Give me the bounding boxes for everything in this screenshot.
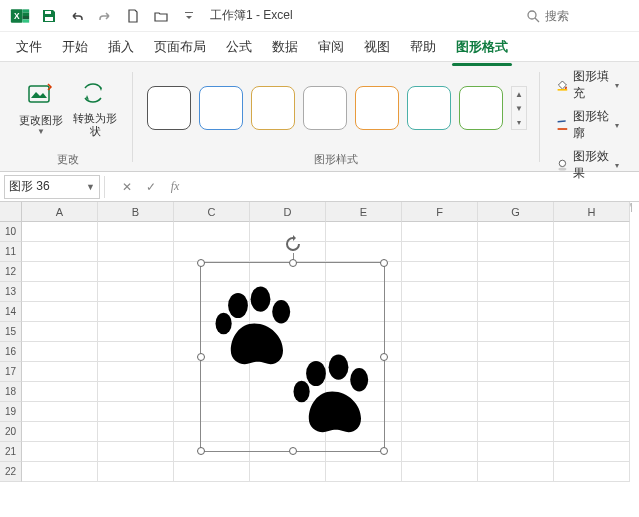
resize-handle-nw[interactable]: [197, 259, 205, 267]
cell[interactable]: [554, 362, 630, 382]
row-header[interactable]: 10: [0, 222, 22, 242]
style-preset-6[interactable]: [407, 86, 451, 130]
cell[interactable]: [554, 242, 630, 262]
change-graphic-button[interactable]: 更改图形 ▼: [16, 73, 66, 143]
cell[interactable]: [478, 382, 554, 402]
cell[interactable]: [554, 462, 630, 482]
cell[interactable]: [402, 362, 478, 382]
cell[interactable]: [22, 242, 98, 262]
row-header[interactable]: 19: [0, 402, 22, 422]
cell[interactable]: [22, 342, 98, 362]
cell[interactable]: [478, 422, 554, 442]
cell[interactable]: [554, 422, 630, 442]
col-header[interactable]: E: [326, 202, 402, 222]
cell[interactable]: [98, 382, 174, 402]
search-input[interactable]: [545, 9, 605, 23]
new-file-button[interactable]: [120, 3, 146, 29]
cell[interactable]: [402, 342, 478, 362]
cell[interactable]: [402, 442, 478, 462]
cell[interactable]: [402, 282, 478, 302]
select-all-corner[interactable]: [0, 202, 22, 222]
cell[interactable]: [478, 262, 554, 282]
tab-home[interactable]: 开始: [54, 34, 96, 60]
cell[interactable]: [22, 382, 98, 402]
col-header[interactable]: H: [554, 202, 630, 222]
cell[interactable]: [478, 322, 554, 342]
undo-button[interactable]: [64, 3, 90, 29]
cell[interactable]: [554, 382, 630, 402]
resize-handle-ne[interactable]: [380, 259, 388, 267]
col-header[interactable]: C: [174, 202, 250, 222]
cell[interactable]: [326, 222, 402, 242]
cell[interactable]: [22, 442, 98, 462]
tab-view[interactable]: 视图: [356, 34, 398, 60]
style-preset-4[interactable]: [303, 86, 347, 130]
cell[interactable]: [98, 422, 174, 442]
cell[interactable]: [402, 322, 478, 342]
row-header[interactable]: 21: [0, 442, 22, 462]
cell[interactable]: [22, 322, 98, 342]
cell[interactable]: [98, 222, 174, 242]
cell[interactable]: [174, 222, 250, 242]
rotate-handle[interactable]: [284, 235, 302, 253]
col-header[interactable]: F: [402, 202, 478, 222]
graphic-fill-button[interactable]: 图形填充▾: [552, 66, 623, 104]
cell[interactable]: [250, 462, 326, 482]
qat-dropdown[interactable]: [176, 3, 202, 29]
cell[interactable]: [402, 242, 478, 262]
tab-insert[interactable]: 插入: [100, 34, 142, 60]
tab-graphics-format[interactable]: 图形格式: [448, 34, 516, 60]
resize-handle-sw[interactable]: [197, 447, 205, 455]
cell[interactable]: [22, 222, 98, 242]
style-preset-2[interactable]: [199, 86, 243, 130]
tab-help[interactable]: 帮助: [402, 34, 444, 60]
cell[interactable]: [22, 362, 98, 382]
cell[interactable]: [554, 302, 630, 322]
cell[interactable]: [554, 322, 630, 342]
row-header[interactable]: 16: [0, 342, 22, 362]
cell[interactable]: [98, 342, 174, 362]
cell[interactable]: [478, 342, 554, 362]
cell[interactable]: [554, 442, 630, 462]
cell[interactable]: [478, 362, 554, 382]
cell[interactable]: [98, 262, 174, 282]
cell[interactable]: [478, 302, 554, 322]
cell[interactable]: [554, 402, 630, 422]
tab-formulas[interactable]: 公式: [218, 34, 260, 60]
tab-review[interactable]: 审阅: [310, 34, 352, 60]
enter-formula-button[interactable]: ✓: [141, 177, 161, 197]
cell[interactable]: [478, 222, 554, 242]
tab-page-layout[interactable]: 页面布局: [146, 34, 214, 60]
cell[interactable]: [402, 262, 478, 282]
tab-file[interactable]: 文件: [8, 34, 50, 60]
resize-handle-s[interactable]: [289, 447, 297, 455]
cell[interactable]: [554, 282, 630, 302]
cell[interactable]: [22, 302, 98, 322]
redo-button[interactable]: [92, 3, 118, 29]
cell[interactable]: [402, 302, 478, 322]
cell[interactable]: [98, 302, 174, 322]
row-header[interactable]: 20: [0, 422, 22, 442]
cell[interactable]: [98, 402, 174, 422]
resize-handle-n[interactable]: [289, 259, 297, 267]
row-header[interactable]: 17: [0, 362, 22, 382]
open-folder-button[interactable]: [148, 3, 174, 29]
cell[interactable]: [98, 462, 174, 482]
cell[interactable]: [98, 242, 174, 262]
cell[interactable]: [174, 242, 250, 262]
insert-function-button[interactable]: fx: [165, 177, 185, 197]
col-header[interactable]: A: [22, 202, 98, 222]
styles-more-button[interactable]: ▲▼▾: [511, 86, 527, 130]
cell[interactable]: [174, 462, 250, 482]
cell[interactable]: [478, 462, 554, 482]
style-preset-1[interactable]: [147, 86, 191, 130]
cell[interactable]: [478, 282, 554, 302]
resize-handle-w[interactable]: [197, 353, 205, 361]
row-header[interactable]: 22: [0, 462, 22, 482]
cell[interactable]: [478, 442, 554, 462]
cell[interactable]: [326, 462, 402, 482]
cell[interactable]: [98, 282, 174, 302]
resize-handle-e[interactable]: [380, 353, 388, 361]
cell[interactable]: [402, 402, 478, 422]
cell[interactable]: [402, 422, 478, 442]
